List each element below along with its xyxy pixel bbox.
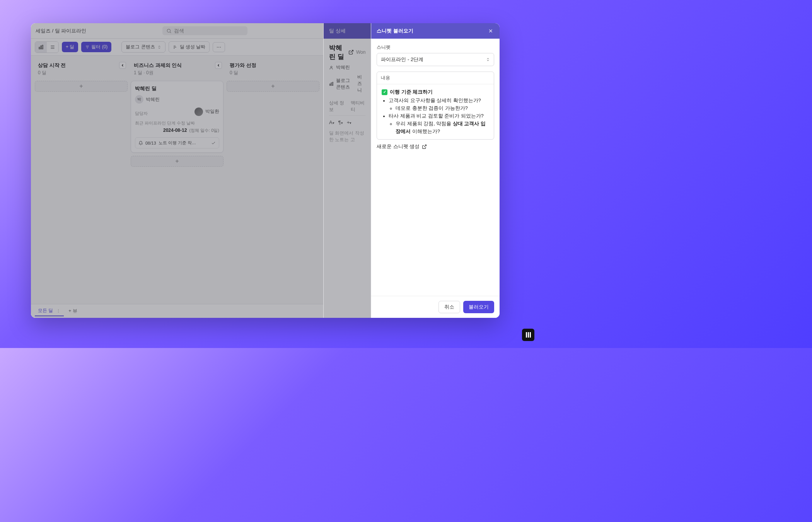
detail-title-text: 박혜린 딜 <box>329 43 346 61</box>
add-deal-button[interactable]: + 딜 <box>62 42 78 52</box>
search-icon <box>166 28 172 34</box>
detail-pipeline: 블로그 콘텐츠 <box>336 77 353 90</box>
modal-title: 스니펫 불러오기 <box>377 27 413 34</box>
paragraph-button[interactable]: ¶▾ <box>338 119 343 125</box>
list-item: 우리 제품의 강점, 약점을 상대 고객사 입장에서 이해했는가? <box>396 120 489 135</box>
breadcrumb[interactable]: 세일즈 / 딜 파이프라인 <box>36 27 86 34</box>
pipeline-select-label: 블로그 콘텐츠 <box>126 44 155 50</box>
sort-icon <box>173 45 177 49</box>
check-title-text: 이행 기준 체크하기 <box>390 88 433 96</box>
chevron-left-icon <box>217 63 220 67</box>
footer-date: 08/13 <box>145 141 156 145</box>
kanban-column: 비즈니스 과제의 인식 1 딜 · 0원 박혜린 딜 박 박혜린 담당자 <box>131 60 223 300</box>
bottombar: 모든 딜 + 뷰 <box>31 304 323 318</box>
detail-title: 박혜린 딜 Won <box>329 43 365 61</box>
snippet-modal: 스니펫 불러오기 스니펫 파이프라인 - 2단계 내용 ✓ 이행 기준 체크하기 <box>371 23 500 318</box>
modal-footer: 취소 불러오기 <box>371 296 500 318</box>
content-preview: 내용 ✓ 이행 기준 체크하기 고객사의 요구사항을 상세히 확인했는가? 데모… <box>377 72 494 140</box>
add-card-button[interactable]: + <box>35 81 128 92</box>
footer-text: 노트 이행 기준 작… <box>159 140 209 146</box>
won-label: Won <box>356 49 365 55</box>
view-tab-label: 모든 딜 <box>38 307 53 314</box>
external-link-icon <box>422 144 427 149</box>
bars-icon <box>38 44 44 50</box>
checkbox-icon: ✓ <box>382 89 387 95</box>
filter-button[interactable]: 필터 (0) <box>81 42 111 52</box>
external-link-icon[interactable] <box>348 49 354 55</box>
close-button[interactable] <box>487 27 494 34</box>
main-area: 세일즈 / 딜 파이프라인 + 딜 필터 (0) 블 <box>31 23 323 318</box>
editor-toolbar: A▾ ¶▾ +▾ <box>329 119 365 125</box>
detail-tabs: 상세 정보 액티비티 <box>329 100 365 116</box>
svg-point-19 <box>58 312 59 312</box>
text-style-button[interactable]: A▾ <box>329 119 334 125</box>
brand-badge <box>522 329 534 341</box>
column-title: 상담 시작 전 <box>38 62 125 69</box>
check-icon <box>211 141 216 145</box>
editor-hint: 딜 화면에서 작성한 노트는 고 <box>329 130 365 143</box>
list-item: 고객사의 요구사항을 상세히 확인했는가? 데모로 충분한 검증이 가능한가? <box>389 97 489 112</box>
add-view-button[interactable]: + 뷰 <box>68 308 77 314</box>
detail-stage: 비즈니 <box>357 74 365 94</box>
contact-avatar: 박 <box>135 95 143 104</box>
detail-header: 딜 상세 <box>324 23 371 39</box>
column-header: 비즈니스 과제의 인식 1 딜 · 0원 <box>131 60 223 78</box>
list-view-button[interactable] <box>47 42 58 53</box>
collapse-column-button[interactable] <box>119 62 126 69</box>
content-list: 고객사의 요구사항을 상세히 확인했는가? 데모로 충분한 검증이 가능한가? … <box>382 97 489 135</box>
deal-detail-panel: 딜 상세 박혜린 딜 Won 박혜린 블로그 콘텐츠 비즈니 상세 정보 액티비… <box>323 23 371 318</box>
recent-label: 최근 파이프라인 단계 수정 날짜 <box>135 120 219 126</box>
snippet-select-value: 파이프라인 - 2단계 <box>381 56 423 63</box>
bars-icon <box>329 82 334 86</box>
add-card-button[interactable]: + <box>131 156 223 167</box>
list-item: 데모로 충분한 검증이 가능한가? <box>396 104 489 112</box>
column-title: 비즈니스 과제의 인식 <box>134 62 220 69</box>
snippet-select[interactable]: 파이프라인 - 2단계 <box>377 53 494 66</box>
column-meta: 1 딜 · 0원 <box>134 70 220 76</box>
cancel-button[interactable]: 취소 <box>438 301 460 313</box>
view-tab[interactable]: 모든 딜 <box>35 306 64 316</box>
detail-contact: 박혜린 <box>336 64 350 71</box>
sort-label: 딜 생성 날짜 <box>180 44 206 50</box>
deal-date: 2024-08-12 <box>163 128 187 133</box>
new-snippet-link[interactable]: 새로운 스니펫 생성 <box>377 143 494 150</box>
close-icon <box>488 28 493 34</box>
list-icon <box>50 44 55 50</box>
collapse-column-button[interactable] <box>215 62 222 69</box>
tab-info[interactable]: 상세 정보 <box>329 100 345 113</box>
chevron-left-icon <box>121 63 125 67</box>
deal-card[interactable]: 박혜린 딜 박 박혜린 담당자 박일환 최근 파이프라인 단계 수정 날짜 <box>131 81 223 153</box>
submit-button[interactable]: 불러오기 <box>463 301 494 313</box>
snippet-field-label: 스니펫 <box>377 44 494 51</box>
svg-point-15 <box>218 47 219 48</box>
detail-contact-row: 박혜린 <box>329 64 365 71</box>
sort-button[interactable]: 딜 생성 날짜 <box>169 41 210 53</box>
add-card-button[interactable]: + <box>227 81 319 92</box>
bell-icon <box>138 141 143 145</box>
insert-button[interactable]: +▾ <box>347 119 352 125</box>
svg-rect-4 <box>42 45 43 49</box>
column-title: 평가와 선정 <box>230 62 316 69</box>
deal-card-footer[interactable]: 08/13 노트 이행 기준 작… <box>135 137 219 148</box>
svg-rect-22 <box>330 84 331 85</box>
content-label: 내용 <box>377 72 494 84</box>
column-meta: 0 딜 <box>230 70 316 76</box>
content-body: ✓ 이행 기준 체크하기 고객사의 요구사항을 상세히 확인했는가? 데모로 충… <box>377 84 494 139</box>
svg-rect-24 <box>333 82 333 85</box>
kanban-view-button[interactable] <box>35 42 47 53</box>
pipeline-select[interactable]: 블로그 콘텐츠 <box>121 41 165 53</box>
modal-header: 스니펫 불러오기 <box>371 23 500 39</box>
dots-vertical-icon[interactable] <box>56 309 61 313</box>
svg-rect-23 <box>331 83 332 85</box>
svg-point-17 <box>58 309 59 310</box>
owner-avatar <box>194 107 203 116</box>
contact-name: 박혜린 <box>146 96 160 103</box>
search-input[interactable] <box>174 28 244 34</box>
more-button[interactable] <box>213 42 225 52</box>
tab-activity[interactable]: 액티비티 <box>351 100 366 113</box>
detail-pipeline-row: 블로그 콘텐츠 비즈니 <box>329 74 365 94</box>
topbar: 세일즈 / 딜 파이프라인 <box>31 23 323 39</box>
search-wrap[interactable] <box>162 26 247 35</box>
filter-label: 필터 (0) <box>91 44 107 50</box>
svg-line-20 <box>351 50 353 53</box>
